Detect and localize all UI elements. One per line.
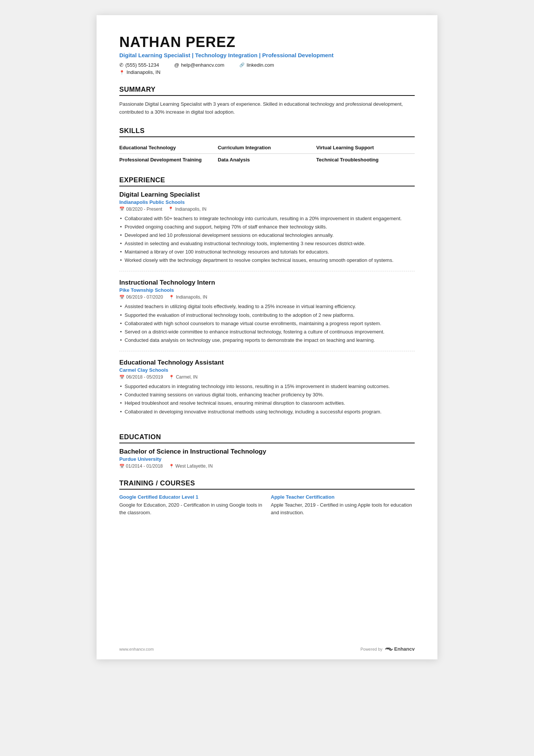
skills-grid: Educational Technology Curriculum Integr…	[119, 142, 415, 166]
summary-title: SUMMARY	[119, 86, 415, 96]
training-desc-1: Apple Teacher, 2019 - Certified in using…	[271, 501, 415, 517]
exp-job-title-2: Educational Technology Assistant	[119, 359, 415, 366]
skills-title: SKILLS	[119, 127, 415, 137]
header-section: NATHAN PEREZ Digital Learning Specialist…	[119, 34, 415, 75]
enhancv-logo: Enhancv	[385, 646, 415, 652]
summary-section: SUMMARY Passionate Digital Learning Spec…	[119, 86, 415, 116]
exp-meta-1: 06/2019 - 07/2020 Indianapolis, IN	[119, 294, 415, 300]
contact-row: (555) 555-1234 help@enhancv.com linkedin…	[119, 62, 415, 68]
education-section: EDUCATION Bachelor of Science in Instruc…	[119, 433, 415, 469]
exp-entry-1: Instructional Technology Intern Pike Tow…	[119, 279, 415, 351]
footer-website: www.enhancv.com	[119, 647, 154, 651]
experience-section: EXPERIENCE Digital Learning Specialist I…	[119, 176, 415, 423]
skill-item: Technical Troubleshooting	[316, 154, 415, 166]
location-icon-1	[169, 295, 174, 300]
exp-location-2: Carmel, IN	[169, 374, 197, 380]
bullet-item: Conducted data analysis on technology us…	[119, 337, 415, 344]
exp-company-1: Pike Township Schools	[119, 287, 415, 293]
exp-entry-2: Educational Technology Assistant Carmel …	[119, 359, 415, 423]
exp-company-0: Indianapolis Public Schools	[119, 199, 415, 205]
summary-text: Passionate Digital Learning Specialist w…	[119, 100, 415, 116]
exp-meta-2: 06/2018 - 05/2019 Carmel, IN	[119, 374, 415, 380]
exp-company-2: Carmel Clay Schools	[119, 367, 415, 373]
edu-school-0: Purdue University	[119, 456, 415, 462]
exp-date-0: 08/2020 - Present	[119, 207, 162, 212]
powered-by-label: Powered by	[361, 647, 383, 651]
edu-entry-0: Bachelor of Science in Instructional Tec…	[119, 448, 415, 469]
location-contact: Indianapolis, IN	[119, 69, 415, 75]
training-title-0: Google Certified Educator Level 1	[119, 494, 263, 500]
location-icon-0	[168, 207, 173, 211]
exp-bullets-2: Supported educators in integrating techn…	[119, 383, 415, 416]
training-item-0: Google Certified Educator Level 1 Google…	[119, 494, 263, 517]
enhancv-logo-svg	[385, 646, 393, 652]
email-contact: help@enhancv.com	[174, 62, 224, 68]
resume-page: NATHAN PEREZ Digital Learning Specialist…	[97, 15, 437, 659]
training-title: TRAINING / COURSES	[119, 479, 415, 490]
bullet-item: Worked closely with the technology depar…	[119, 257, 415, 264]
bullet-item: Helped troubleshoot and resolve technica…	[119, 399, 415, 407]
edu-location-0: West Lafayette, IN	[169, 463, 213, 469]
exp-entry-0: Digital Learning Specialist Indianapolis…	[119, 191, 415, 272]
education-title: EDUCATION	[119, 433, 415, 443]
exp-bullets-0: Collaborated with 50+ teachers to integr…	[119, 215, 415, 265]
bullet-item: Supported educators in integrating techn…	[119, 383, 415, 390]
edu-date-0: 01/2014 - 01/2018	[119, 463, 163, 469]
calendar-icon-edu	[119, 463, 125, 469]
email-icon	[174, 62, 179, 68]
skill-item: Virtual Learning Support	[316, 142, 415, 154]
bullet-item: Provided ongoing coaching and support, h…	[119, 223, 415, 231]
bullet-item: Assisted in selecting and evaluating ins…	[119, 240, 415, 247]
exp-job-title-0: Digital Learning Specialist	[119, 191, 415, 199]
calendar-icon-2	[119, 375, 125, 380]
calendar-icon-0	[119, 207, 125, 211]
candidate-name: NATHAN PEREZ	[119, 34, 415, 50]
skill-item: Professional Development Training	[119, 154, 218, 166]
exp-location-0: Indianapolis, IN	[168, 207, 206, 212]
link-icon	[239, 63, 245, 67]
edu-meta-0: 01/2014 - 01/2018 West Lafayette, IN	[119, 463, 415, 469]
skill-item: Curriculum Integration	[218, 142, 316, 154]
bullet-item: Collaborated with high school counselors…	[119, 320, 415, 327]
training-grid: Google Certified Educator Level 1 Google…	[119, 494, 415, 517]
page-footer: www.enhancv.com Powered by Enhancv	[119, 646, 415, 652]
exp-date-2: 06/2018 - 05/2019	[119, 374, 163, 380]
bullet-item: Developed and led 10 professional develo…	[119, 232, 415, 239]
bullet-item: Maintained a library of over 100 instruc…	[119, 248, 415, 256]
experience-title: EXPERIENCE	[119, 176, 415, 186]
exp-job-title-1: Instructional Technology Intern	[119, 279, 415, 286]
bullet-item: Collaborated in developing innovative in…	[119, 408, 415, 416]
footer-brand: Powered by Enhancv	[361, 646, 415, 652]
skill-item: Educational Technology	[119, 142, 218, 154]
bullet-item: Collaborated with 50+ teachers to integr…	[119, 215, 415, 222]
brand-name: Enhancv	[394, 646, 415, 652]
training-title-1: Apple Teacher Certification	[271, 494, 415, 500]
skill-item: Data Analysis	[218, 154, 316, 166]
exp-meta-0: 08/2020 - Present Indianapolis, IN	[119, 207, 415, 212]
training-desc-0: Google for Education, 2020 - Certificati…	[119, 501, 263, 517]
location-icon-edu	[169, 463, 174, 469]
bullet-item: Conducted training sessions on various d…	[119, 391, 415, 399]
training-section: TRAINING / COURSES Google Certified Educ…	[119, 479, 415, 517]
linkedin-contact: linkedin.com	[239, 62, 274, 68]
training-item-1: Apple Teacher Certification Apple Teache…	[271, 494, 415, 517]
phone-icon	[119, 62, 123, 68]
bullet-item: Supported the evaluation of instructiona…	[119, 311, 415, 319]
phone-contact: (555) 555-1234	[119, 62, 159, 68]
bullet-item: Assisted teachers in utilizing digital t…	[119, 303, 415, 310]
location-icon	[119, 69, 125, 75]
skills-section: SKILLS Educational Technology Curriculum…	[119, 127, 415, 166]
calendar-icon-1	[119, 295, 125, 300]
exp-location-1: Indianapolis, IN	[169, 294, 207, 300]
edu-degree-0: Bachelor of Science in Instructional Tec…	[119, 448, 415, 455]
candidate-title: Digital Learning Specialist | Technology…	[119, 52, 415, 58]
bullet-item: Served on a district-wide committee to e…	[119, 328, 415, 336]
exp-date-1: 06/2019 - 07/2020	[119, 294, 163, 300]
location-icon-2	[169, 375, 174, 380]
exp-bullets-1: Assisted teachers in utilizing digital t…	[119, 303, 415, 344]
